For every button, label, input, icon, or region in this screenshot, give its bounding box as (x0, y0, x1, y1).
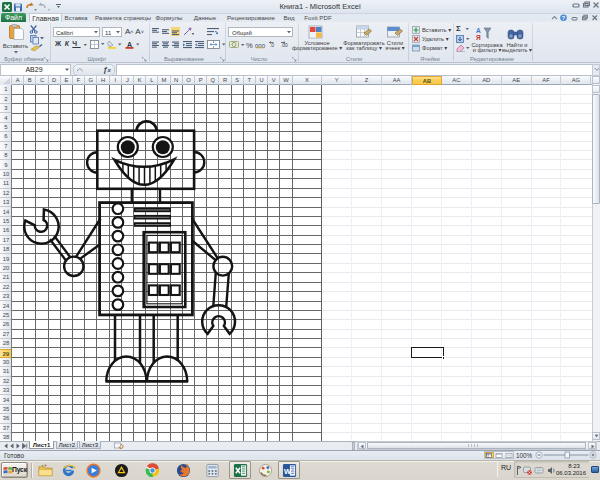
svg-text:W: W (283, 467, 291, 476)
